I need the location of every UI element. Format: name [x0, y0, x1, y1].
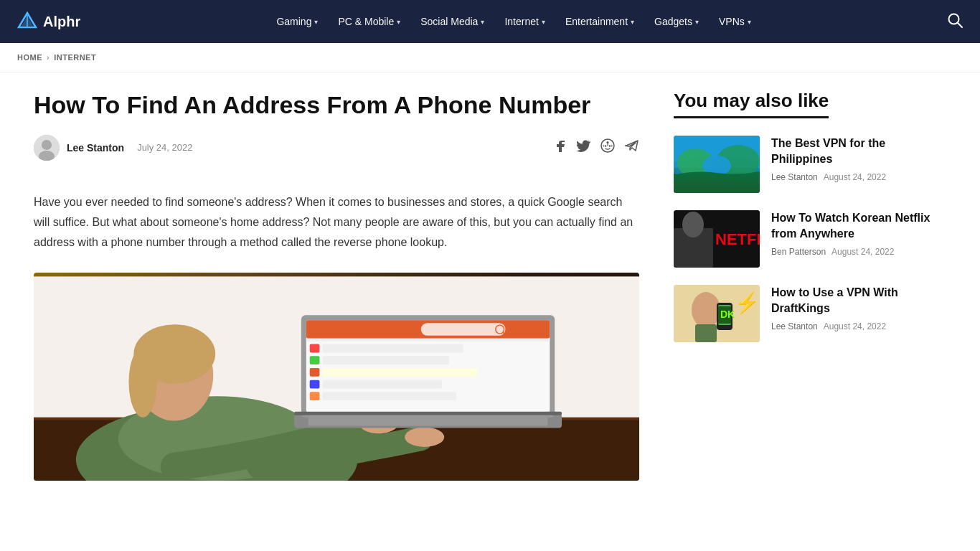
svg-rect-29 — [310, 356, 320, 364]
social-share-icons — [552, 138, 639, 156]
svg-rect-40 — [294, 411, 562, 415]
svg-point-21 — [405, 427, 444, 446]
thumbnail-philippines — [674, 136, 760, 193]
svg-rect-31 — [310, 367, 320, 376]
article-title: How To Find An Address From A Phone Numb… — [34, 90, 639, 121]
related-articles: The Best VPN for the Philippines Lee Sta… — [674, 136, 946, 342]
logo[interactable]: Alphr — [17, 11, 80, 32]
svg-text:DK: DK — [720, 309, 735, 320]
logo-text: Alphr — [43, 14, 80, 30]
article-image-svg — [34, 273, 639, 481]
facebook-share-icon[interactable] — [552, 138, 566, 156]
svg-point-47 — [702, 156, 731, 176]
svg-rect-33 — [310, 380, 320, 388]
related-date-3: August 24, 2022 — [824, 321, 886, 331]
article-body: Have you ever needed to find someone's a… — [34, 192, 639, 253]
nav-social-media[interactable]: Social Media ▾ — [420, 16, 484, 27]
related-thumb-1 — [674, 136, 760, 193]
related-title-1: The Best VPN for the Philippines — [771, 136, 946, 166]
main-nav: Alphr Gaming ▾ PC & Mobile ▾ Social Medi… — [0, 0, 980, 43]
svg-text:⚡: ⚡ — [735, 291, 760, 315]
thumbnail-draftkings: ⚡ DK — [674, 285, 760, 342]
chevron-down-icon: ▾ — [481, 18, 484, 26]
svg-rect-28 — [322, 344, 463, 352]
article-image — [34, 273, 639, 481]
main-content: How To Find An Address From A Phone Numb… — [34, 72, 639, 481]
thumbnail-netflix: NETFLIX — [674, 210, 760, 268]
breadcrumb: HOME › INTERNET — [0, 43, 980, 72]
svg-point-19 — [128, 347, 156, 417]
related-thumb-2: NETFLIX — [674, 210, 760, 268]
related-title-3: How to Use a VPN With DraftKings — [771, 285, 946, 316]
nav-vpns[interactable]: VPNs ▾ — [719, 16, 751, 27]
page-layout: How To Find An Address From A Phone Numb… — [17, 72, 963, 481]
sidebar-heading: You may also like — [674, 90, 829, 118]
svg-rect-41 — [308, 417, 548, 425]
nav-links: Gaming ▾ PC & Mobile ▾ Social Media ▾ In… — [276, 16, 750, 27]
svg-rect-30 — [322, 356, 449, 364]
svg-rect-54 — [695, 324, 717, 342]
avatar — [34, 135, 60, 161]
related-item: The Best VPN for the Philippines Lee Sta… — [674, 136, 946, 193]
related-title-2: How To Watch Korean Netflix from Anywher… — [771, 210, 946, 241]
svg-point-10 — [609, 145, 611, 146]
related-date-2: August 24, 2022 — [831, 247, 894, 257]
svg-point-50 — [682, 212, 704, 237]
related-info-1: The Best VPN for the Philippines Lee Sta… — [771, 136, 946, 182]
svg-text:NETFLIX: NETFLIX — [715, 230, 760, 248]
svg-point-11 — [607, 141, 609, 143]
svg-rect-34 — [322, 380, 442, 388]
breadcrumb-home[interactable]: HOME — [17, 53, 42, 62]
svg-point-9 — [605, 145, 606, 146]
nav-gaming[interactable]: Gaming ▾ — [276, 16, 318, 27]
svg-rect-35 — [310, 392, 320, 400]
svg-rect-43 — [674, 168, 760, 193]
related-item: NETFLIX How To Watch Korean Netflix from… — [674, 210, 946, 268]
related-info-2: How To Watch Korean Netflix from Anywher… — [771, 210, 946, 257]
svg-point-6 — [42, 140, 52, 150]
related-item: ⚡ DK How to Use a VPN With DraftKings Le… — [674, 285, 946, 342]
sidebar: You may also like The Best VP — [674, 72, 946, 481]
telegram-share-icon[interactable] — [625, 138, 639, 156]
related-author-3: Lee Stanton — [771, 321, 818, 331]
related-thumb-3: ⚡ DK — [674, 285, 760, 342]
related-meta-1: Lee Stanton August 24, 2022 — [771, 172, 946, 182]
nav-pc-mobile[interactable]: PC & Mobile ▾ — [338, 16, 400, 27]
breadcrumb-separator: › — [47, 53, 50, 62]
related-info-3: How to Use a VPN With DraftKings Lee Sta… — [771, 285, 946, 331]
chevron-down-icon: ▾ — [631, 18, 634, 26]
breadcrumb-current: INTERNET — [54, 53, 96, 62]
related-meta-2: Ben Patterson August 24, 2022 — [771, 247, 946, 257]
twitter-share-icon[interactable] — [576, 138, 590, 156]
search-icon[interactable] — [947, 12, 963, 32]
chevron-down-icon: ▾ — [748, 18, 751, 26]
chevron-down-icon: ▾ — [314, 18, 318, 26]
chevron-down-icon: ▾ — [397, 18, 400, 26]
logo-icon — [17, 11, 37, 32]
chevron-down-icon: ▾ — [695, 18, 699, 26]
svg-rect-26 — [306, 338, 550, 341]
article-meta: Lee Stanton July 24, 2022 — [34, 135, 639, 172]
related-date-1: August 24, 2022 — [824, 172, 886, 182]
svg-point-53 — [692, 292, 720, 328]
chevron-down-icon: ▾ — [542, 18, 545, 26]
article-date: July 24, 2022 — [137, 142, 192, 153]
nav-gadgets[interactable]: Gadgets ▾ — [654, 16, 699, 27]
svg-rect-36 — [322, 392, 456, 400]
svg-rect-32 — [322, 367, 477, 376]
nav-internet[interactable]: Internet ▾ — [504, 16, 545, 27]
reddit-share-icon[interactable] — [600, 138, 615, 156]
related-meta-3: Lee Stanton August 24, 2022 — [771, 321, 946, 331]
nav-entertainment[interactable]: Entertainment ▾ — [565, 16, 634, 27]
author-name: Lee Stanton — [67, 142, 124, 154]
svg-rect-37 — [421, 323, 506, 336]
svg-line-4 — [958, 23, 962, 27]
related-author-1: Lee Stanton — [771, 172, 818, 182]
author-info: Lee Stanton July 24, 2022 — [34, 135, 192, 161]
svg-rect-27 — [310, 344, 320, 352]
related-author-2: Ben Patterson — [771, 247, 826, 257]
